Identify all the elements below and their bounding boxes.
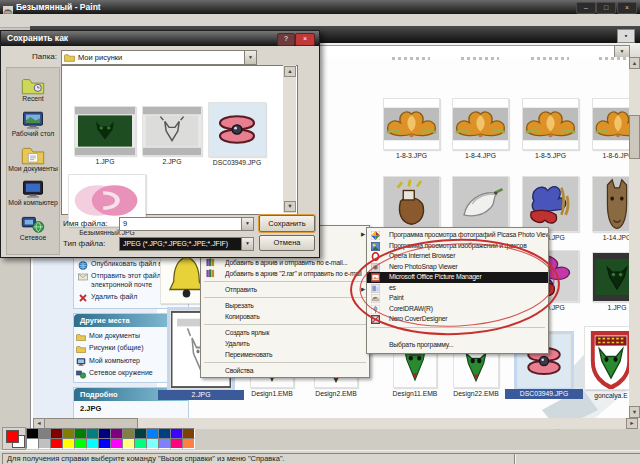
thumbs-up[interactable] [383,176,440,232]
context-menu-item[interactable] [204,362,366,363]
file-label: DSC03949.JPG [196,158,278,168]
file-thumbnail[interactable]: 2.JPG [142,106,202,156]
file-list-scrollbar[interactable]: ▲ ▼ [283,65,296,213]
context-menu-item[interactable] [204,297,366,298]
open-with-item[interactable]: Nero PhotoSnap Viewer [367,262,548,273]
scroll-up-icon[interactable]: ▲ [284,66,296,77]
status-text: Для получения справки выберите команду "… [2,453,516,464]
photosnap-icon [371,263,380,272]
context-menu-item[interactable]: Добавить в архив "2.rar" и отправить по … [201,268,369,279]
open-with-item[interactable]: Paint [367,293,548,304]
toolbar-icon[interactable] [247,51,260,64]
open-with-item[interactable]: es [367,283,548,294]
screen: Безымянный - Paint – □ × ▪ ▼ Копировать … [0,0,640,464]
thumbnail[interactable]: 1-8-3.JPG [383,98,440,150]
scroll-down-icon[interactable]: ▼ [629,406,640,418]
thumbnail[interactable]: 1-8-4.JPG [452,98,509,150]
places-bar-item[interactable]: Сетевое [7,215,59,242]
places-bar-item[interactable]: Рабочий стол [7,111,59,138]
help-button[interactable]: ? [277,33,295,46]
palette-color[interactable] [182,438,195,449]
places-bar-item[interactable]: Мои документы [7,146,59,173]
scroll-up-icon[interactable]: ▲ [629,57,640,69]
context-menu-item[interactable]: Удалить [201,338,369,349]
thumbnail[interactable] [383,176,440,232]
flower-orange[interactable] [452,98,509,150]
details-filename: 2.JPG [74,401,188,416]
open-with-item[interactable]: Microsoft Office Picture Manager [367,272,548,283]
network-icon [76,369,86,379]
maximize-button[interactable]: □ [596,2,616,14]
thumbnail-label: Design1.EMB [238,389,306,399]
scroll-right-icon[interactable]: ► [626,418,638,429]
minimize-button[interactable]: – [576,2,596,14]
file-thumbnail[interactable]: 1.JPG [74,106,136,156]
filetype-select[interactable]: JPEG (*.JPG;*.JPEG;*.JPE;*.JFIF) ▼ [119,237,254,251]
thumbnail-label: Design2.EMB [302,389,370,399]
context-menu-item[interactable]: Копировать [201,311,369,322]
context-menu-item[interactable]: Переименовать [201,349,369,360]
submenu-arrow-icon: ▶ [361,284,365,295]
context-menu-item[interactable]: Добавить в архив и отправить по e-mail..… [201,257,369,268]
thumbnail[interactable]: 1-13.JPG [522,176,579,232]
context-menu-item[interactable]: Свойства [201,365,369,376]
file-list[interactable]: 1.JPG2.JPGDSC03949.JPGБезымянный.JPG [61,65,298,215]
photo-devil[interactable] [74,106,136,156]
flower-orange[interactable] [383,98,440,150]
save-button[interactable]: Сохранить [259,215,315,232]
flower-orange[interactable] [522,98,579,150]
open-with-item[interactable]: CorelDRAW(R) [367,304,548,315]
coverdesigner-icon [371,315,380,324]
open-with-item[interactable]: Opera Internet Browser [367,251,548,262]
thumbnail[interactable] [452,176,509,232]
open-with-item[interactable]: Выбрать программу... [367,340,548,351]
places-bar-item[interactable]: Recent [7,76,59,103]
dialog-close-button[interactable]: × [295,33,315,46]
paint-small-icon [371,294,380,303]
clipped-label [461,57,499,60]
explorer-toolbar-button[interactable]: ▪ [617,29,635,43]
paint-title-bar: Безымянный - Paint – □ × [0,0,640,14]
context-menu-item[interactable]: Создать ярлык [201,327,369,338]
save-as-dialog: Сохранить как ? × Папка: Мои рисунки ▼ R… [0,30,320,258]
status-bar: Для получения справки выберите команду "… [0,450,640,464]
clipped-label [531,57,569,60]
open-with-item[interactable] [370,327,545,339]
recent-folder-icon [21,76,45,95]
close-button[interactable]: × [617,2,637,14]
context-menu-item[interactable] [204,281,366,282]
photo-sketch[interactable] [142,106,202,156]
context-menu-item[interactable]: Вырезать [201,300,369,311]
publish-icon [78,260,88,270]
toolbar-icon[interactable] [279,51,292,64]
file-thumbnail[interactable]: DSC03949.JPG [208,102,266,157]
dove[interactable] [452,176,509,232]
filename-input[interactable]: 9 ▼ [119,217,254,231]
folder-icon [64,52,75,63]
scrollbar-thumb[interactable] [629,115,640,159]
open-with-item[interactable]: Nero CoverDesigner [367,314,548,325]
delete-icon [78,293,88,303]
scroll-down-icon[interactable]: ▼ [284,201,296,212]
network-places-icon [21,215,45,234]
es-icon [371,284,380,293]
thumbnail-label: 2.JPG [158,390,244,400]
foreground-color-swatch[interactable] [6,430,19,443]
filetype-dropdown-icon[interactable]: ▼ [241,238,253,250]
filename-dropdown-icon[interactable]: ▼ [241,218,253,230]
vertical-scrollbar[interactable]: ▲ ▼ [629,57,640,418]
flower-bluered[interactable] [522,176,579,232]
clam[interactable] [208,102,266,157]
cancel-button[interactable]: Отмена [259,235,315,251]
places-bar-item[interactable]: Мой компьютер [7,180,59,207]
toolbar-icon[interactable] [295,51,308,64]
thumbnail[interactable]: 1-8-5.JPG [522,98,579,150]
open-with-item[interactable]: Программа просмотра фотографий Picasa Ph… [367,230,548,241]
open-with-item[interactable]: Программа просмотра изображений и факсов [367,241,548,252]
toolbar-icon[interactable] [263,51,276,64]
context-menu-item[interactable] [204,324,366,325]
context-menu-item[interactable]: Отправить▶ [201,284,369,295]
paint-window-title: Безымянный - Paint [16,0,101,14]
opm-icon [371,273,380,282]
folder-combobox[interactable]: Мои рисунки ▼ [61,50,257,65]
